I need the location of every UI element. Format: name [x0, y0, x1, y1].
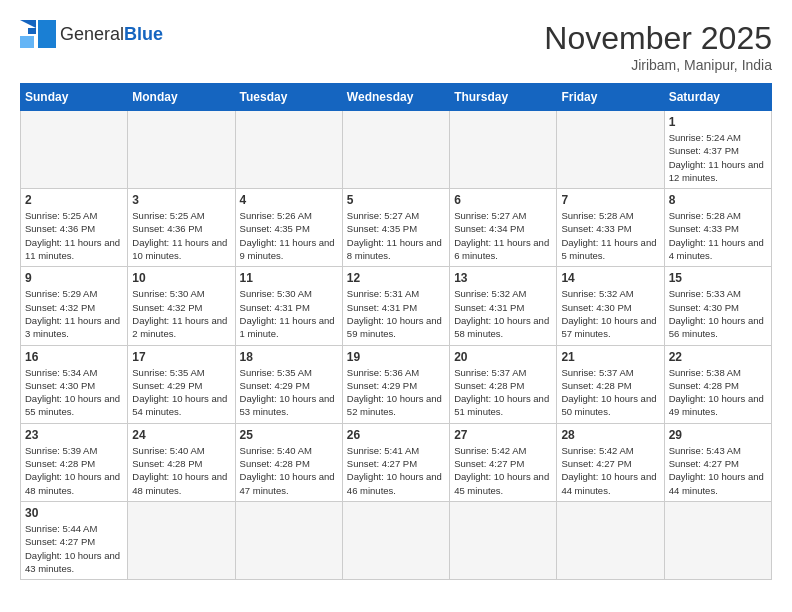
weekday-header-thursday: Thursday: [450, 84, 557, 111]
day-info: Sunrise: 5:27 AM Sunset: 4:35 PM Dayligh…: [347, 209, 445, 262]
day-info: Sunrise: 5:28 AM Sunset: 4:33 PM Dayligh…: [669, 209, 767, 262]
day-number: 6: [454, 193, 552, 207]
day-number: 1: [669, 115, 767, 129]
title-block: November 2025 Jiribam, Manipur, India: [544, 20, 772, 73]
calendar-cell: 23Sunrise: 5:39 AM Sunset: 4:28 PM Dayli…: [21, 423, 128, 501]
day-number: 30: [25, 506, 123, 520]
day-info: Sunrise: 5:40 AM Sunset: 4:28 PM Dayligh…: [240, 444, 338, 497]
weekday-header-monday: Monday: [128, 84, 235, 111]
location: Jiribam, Manipur, India: [544, 57, 772, 73]
day-number: 26: [347, 428, 445, 442]
day-info: Sunrise: 5:27 AM Sunset: 4:34 PM Dayligh…: [454, 209, 552, 262]
day-info: Sunrise: 5:36 AM Sunset: 4:29 PM Dayligh…: [347, 366, 445, 419]
day-number: 4: [240, 193, 338, 207]
day-number: 3: [132, 193, 230, 207]
weekday-header-wednesday: Wednesday: [342, 84, 449, 111]
day-number: 5: [347, 193, 445, 207]
day-info: Sunrise: 5:37 AM Sunset: 4:28 PM Dayligh…: [561, 366, 659, 419]
calendar-cell: [557, 111, 664, 189]
calendar-header: SundayMondayTuesdayWednesdayThursdayFrid…: [21, 84, 772, 111]
calendar-cell: 28Sunrise: 5:42 AM Sunset: 4:27 PM Dayli…: [557, 423, 664, 501]
day-number: 25: [240, 428, 338, 442]
page-header: GeneralBlue November 2025 Jiribam, Manip…: [20, 20, 772, 73]
calendar-cell: [664, 501, 771, 579]
day-number: 23: [25, 428, 123, 442]
calendar-cell: 17Sunrise: 5:35 AM Sunset: 4:29 PM Dayli…: [128, 345, 235, 423]
logo-blue: Blue: [124, 24, 163, 44]
weekday-header-friday: Friday: [557, 84, 664, 111]
day-info: Sunrise: 5:40 AM Sunset: 4:28 PM Dayligh…: [132, 444, 230, 497]
calendar-cell: [450, 501, 557, 579]
calendar-cell: [21, 111, 128, 189]
calendar-cell: [557, 501, 664, 579]
day-info: Sunrise: 5:30 AM Sunset: 4:32 PM Dayligh…: [132, 287, 230, 340]
day-number: 7: [561, 193, 659, 207]
day-info: Sunrise: 5:30 AM Sunset: 4:31 PM Dayligh…: [240, 287, 338, 340]
calendar-cell: 14Sunrise: 5:32 AM Sunset: 4:30 PM Dayli…: [557, 267, 664, 345]
calendar-cell: [128, 111, 235, 189]
day-number: 20: [454, 350, 552, 364]
day-info: Sunrise: 5:25 AM Sunset: 4:36 PM Dayligh…: [132, 209, 230, 262]
day-info: Sunrise: 5:29 AM Sunset: 4:32 PM Dayligh…: [25, 287, 123, 340]
day-number: 10: [132, 271, 230, 285]
svg-marker-2: [20, 36, 34, 48]
day-number: 2: [25, 193, 123, 207]
calendar-week-3: 9Sunrise: 5:29 AM Sunset: 4:32 PM Daylig…: [21, 267, 772, 345]
calendar-cell: 22Sunrise: 5:38 AM Sunset: 4:28 PM Dayli…: [664, 345, 771, 423]
calendar-table: SundayMondayTuesdayWednesdayThursdayFrid…: [20, 83, 772, 580]
calendar-cell: [342, 501, 449, 579]
day-info: Sunrise: 5:41 AM Sunset: 4:27 PM Dayligh…: [347, 444, 445, 497]
calendar-week-2: 2Sunrise: 5:25 AM Sunset: 4:36 PM Daylig…: [21, 189, 772, 267]
day-number: 9: [25, 271, 123, 285]
day-number: 17: [132, 350, 230, 364]
calendar-cell: 7Sunrise: 5:28 AM Sunset: 4:33 PM Daylig…: [557, 189, 664, 267]
day-number: 11: [240, 271, 338, 285]
weekday-header-tuesday: Tuesday: [235, 84, 342, 111]
calendar-cell: 24Sunrise: 5:40 AM Sunset: 4:28 PM Dayli…: [128, 423, 235, 501]
day-number: 8: [669, 193, 767, 207]
day-number: 22: [669, 350, 767, 364]
day-info: Sunrise: 5:39 AM Sunset: 4:28 PM Dayligh…: [25, 444, 123, 497]
calendar-cell: 2Sunrise: 5:25 AM Sunset: 4:36 PM Daylig…: [21, 189, 128, 267]
logo-general: General: [60, 24, 124, 44]
day-number: 16: [25, 350, 123, 364]
day-info: Sunrise: 5:34 AM Sunset: 4:30 PM Dayligh…: [25, 366, 123, 419]
calendar-cell: 15Sunrise: 5:33 AM Sunset: 4:30 PM Dayli…: [664, 267, 771, 345]
calendar-week-4: 16Sunrise: 5:34 AM Sunset: 4:30 PM Dayli…: [21, 345, 772, 423]
calendar-cell: 10Sunrise: 5:30 AM Sunset: 4:32 PM Dayli…: [128, 267, 235, 345]
day-info: Sunrise: 5:42 AM Sunset: 4:27 PM Dayligh…: [454, 444, 552, 497]
calendar-week-6: 30Sunrise: 5:44 AM Sunset: 4:27 PM Dayli…: [21, 501, 772, 579]
logo: GeneralBlue: [20, 20, 163, 48]
day-info: Sunrise: 5:35 AM Sunset: 4:29 PM Dayligh…: [240, 366, 338, 419]
day-info: Sunrise: 5:42 AM Sunset: 4:27 PM Dayligh…: [561, 444, 659, 497]
calendar-cell: 6Sunrise: 5:27 AM Sunset: 4:34 PM Daylig…: [450, 189, 557, 267]
day-number: 18: [240, 350, 338, 364]
calendar-cell: 26Sunrise: 5:41 AM Sunset: 4:27 PM Dayli…: [342, 423, 449, 501]
calendar-week-5: 23Sunrise: 5:39 AM Sunset: 4:28 PM Dayli…: [21, 423, 772, 501]
calendar-week-1: 1Sunrise: 5:24 AM Sunset: 4:37 PM Daylig…: [21, 111, 772, 189]
svg-marker-1: [38, 20, 56, 48]
calendar-cell: 29Sunrise: 5:43 AM Sunset: 4:27 PM Dayli…: [664, 423, 771, 501]
day-info: Sunrise: 5:43 AM Sunset: 4:27 PM Dayligh…: [669, 444, 767, 497]
day-number: 29: [669, 428, 767, 442]
day-number: 12: [347, 271, 445, 285]
day-number: 27: [454, 428, 552, 442]
calendar-cell: 13Sunrise: 5:32 AM Sunset: 4:31 PM Dayli…: [450, 267, 557, 345]
calendar-cell: 19Sunrise: 5:36 AM Sunset: 4:29 PM Dayli…: [342, 345, 449, 423]
calendar-cell: 20Sunrise: 5:37 AM Sunset: 4:28 PM Dayli…: [450, 345, 557, 423]
calendar-cell: 5Sunrise: 5:27 AM Sunset: 4:35 PM Daylig…: [342, 189, 449, 267]
day-number: 14: [561, 271, 659, 285]
logo-text: GeneralBlue: [60, 24, 163, 45]
calendar-cell: [342, 111, 449, 189]
calendar-cell: [235, 501, 342, 579]
day-info: Sunrise: 5:25 AM Sunset: 4:36 PM Dayligh…: [25, 209, 123, 262]
day-number: 13: [454, 271, 552, 285]
day-info: Sunrise: 5:31 AM Sunset: 4:31 PM Dayligh…: [347, 287, 445, 340]
calendar-cell: 21Sunrise: 5:37 AM Sunset: 4:28 PM Dayli…: [557, 345, 664, 423]
calendar-cell: 1Sunrise: 5:24 AM Sunset: 4:37 PM Daylig…: [664, 111, 771, 189]
day-info: Sunrise: 5:28 AM Sunset: 4:33 PM Dayligh…: [561, 209, 659, 262]
calendar-cell: 27Sunrise: 5:42 AM Sunset: 4:27 PM Dayli…: [450, 423, 557, 501]
day-number: 28: [561, 428, 659, 442]
calendar-cell: 8Sunrise: 5:28 AM Sunset: 4:33 PM Daylig…: [664, 189, 771, 267]
calendar-cell: 4Sunrise: 5:26 AM Sunset: 4:35 PM Daylig…: [235, 189, 342, 267]
